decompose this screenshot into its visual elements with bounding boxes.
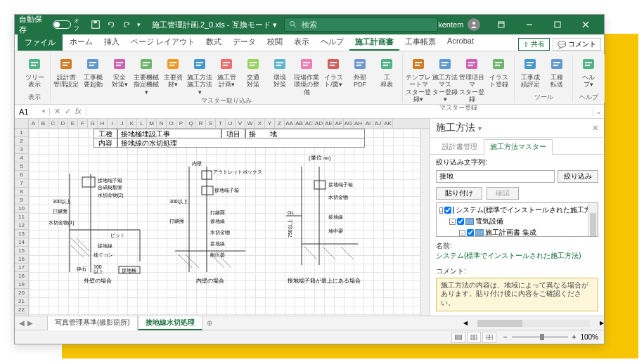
row-header[interactable]: 5	[15, 162, 28, 171]
ribbon-button[interactable]: イラスト/図▾	[321, 54, 346, 96]
redo-icon[interactable]	[122, 20, 131, 30]
row-header[interactable]: 14	[15, 238, 28, 247]
row-header[interactable]: 18	[15, 272, 28, 280]
row-header[interactable]: 13	[15, 230, 28, 238]
select-all-corner[interactable]	[15, 119, 29, 128]
fx-icon[interactable]: fx	[75, 107, 82, 116]
cell-label[interactable]: 内容	[94, 138, 117, 148]
ribbon-button[interactable]: 交通対策	[240, 54, 266, 96]
tree-node[interactable]: -システム(標準でインストールされた施工方法)	[438, 205, 596, 216]
column-header[interactable]: C	[49, 119, 58, 128]
expand-formula-icon[interactable]: ⌄	[593, 107, 604, 116]
method-tree[interactable]: -システム(標準でインストールされた施工方法)-電気設備-施工計画書 集成-接地…	[436, 202, 598, 237]
ribbon-button[interactable]: 施工方法施工方法▾	[187, 54, 212, 96]
column-header[interactable]: AJ	[373, 119, 383, 128]
tab-10[interactable]: Acrobat	[442, 34, 479, 51]
cancel-formula-icon[interactable]: ✕	[54, 107, 60, 116]
ribbon-button[interactable]: ツリー表示	[22, 54, 47, 92]
ribbon-button[interactable]: 環境対策	[267, 54, 292, 96]
row-header[interactable]: 3	[15, 146, 28, 154]
ribbon-button[interactable]: 主要資材▾	[160, 54, 186, 96]
sheet-tab[interactable]: 写真管理基準(撮影箇所)	[47, 316, 138, 330]
tab-6[interactable]: 表示	[288, 34, 315, 51]
tree-checkbox[interactable]	[457, 218, 464, 225]
ribbon-button[interactable]: 工事概要起動	[80, 54, 105, 96]
page-break-view-button[interactable]	[482, 332, 496, 343]
column-header[interactable]: W	[245, 119, 255, 128]
tab-5[interactable]: 校閲	[262, 34, 288, 51]
tab-8[interactable]: 施工計画書	[349, 34, 399, 51]
cell-value[interactable]: 接地極埋設工事	[117, 129, 221, 138]
zoom-slider[interactable]	[512, 336, 568, 338]
column-header[interactable]: D	[58, 119, 68, 128]
ribbon-button[interactable]: 現場作業環境の整備	[294, 54, 319, 96]
zoom-value[interactable]: 100%	[580, 333, 598, 341]
column-header[interactable]: G	[88, 119, 98, 128]
panel-dropdown-icon[interactable]: ▾	[478, 124, 482, 132]
row-header[interactable]: 1	[15, 129, 28, 137]
ribbon-button[interactable]: テンプレートマスター登録▾	[406, 54, 431, 103]
filter-input[interactable]	[436, 170, 555, 183]
comments-button[interactable]: 💬 コメント	[553, 38, 601, 51]
save-icon[interactable]	[91, 20, 101, 30]
row-header[interactable]: 17	[15, 264, 28, 272]
tree-checkbox[interactable]	[444, 207, 451, 214]
paste-button[interactable]: 貼り付け	[436, 187, 482, 200]
page-layout-view-button[interactable]	[467, 332, 481, 343]
ribbon-button[interactable]: 管理項目マスター登録	[459, 54, 484, 103]
ribbon-button[interactable]: 外部PDF	[347, 54, 373, 96]
cell-label[interactable]: 項目	[221, 129, 245, 138]
row-header[interactable]: 9	[15, 196, 28, 205]
ribbon-button[interactable]: 安全対策▾	[107, 54, 132, 96]
accept-formula-icon[interactable]: ✓	[65, 107, 71, 116]
vertical-scrollbar[interactable]	[420, 129, 430, 316]
undo-icon[interactable]	[106, 20, 116, 30]
qat-dropdown-icon[interactable]: ▾	[137, 21, 141, 28]
tab-2[interactable]: ページ レイアウト	[125, 34, 200, 51]
cell-value[interactable]: 接地線の水切処理	[117, 138, 365, 148]
column-header[interactable]: M	[147, 119, 157, 128]
column-header[interactable]: J	[117, 119, 127, 128]
row-header[interactable]: 7	[15, 179, 28, 188]
row-header[interactable]: 20	[15, 289, 28, 297]
tab-9[interactable]: 工事帳票	[399, 34, 442, 51]
add-sheet-button[interactable]: ⊕	[202, 318, 217, 328]
ribbon-button[interactable]: 施工管計画▾	[214, 54, 239, 96]
row-header[interactable]: 6	[15, 171, 28, 179]
column-header[interactable]: H	[98, 119, 108, 128]
tree-node[interactable]: -電気設備	[438, 216, 596, 227]
search-box[interactable]: 検索	[284, 18, 439, 32]
column-header[interactable]: N	[157, 119, 167, 128]
column-header[interactable]: AI	[363, 119, 373, 128]
tree-toggle-icon[interactable]: -	[459, 230, 465, 236]
column-header[interactable]: X	[255, 119, 265, 128]
tree-checkbox[interactable]	[467, 229, 474, 236]
column-header[interactable]: AF	[334, 119, 344, 128]
row-header[interactable]: 19	[15, 280, 28, 289]
sheet-nav-prev-icon[interactable]: ◀	[19, 319, 25, 327]
row-header[interactable]: 12	[15, 221, 28, 230]
ribbon-button[interactable]: 施工方法マスター登録▾	[432, 54, 458, 103]
maximize-button[interactable]	[543, 15, 572, 34]
column-header[interactable]: AE	[324, 119, 334, 128]
column-header[interactable]: R	[196, 119, 206, 128]
row-header[interactable]: 15	[15, 247, 28, 255]
row-header[interactable]: 4	[15, 154, 28, 162]
row-header[interactable]: 2	[15, 137, 28, 146]
column-header[interactable]: A	[29, 119, 39, 128]
panel-close-button[interactable]: ×	[593, 122, 598, 134]
row-header[interactable]: 22	[15, 306, 28, 314]
ribbon-button[interactable]: ヘルプ▾	[576, 54, 601, 92]
column-header[interactable]: L	[137, 119, 147, 128]
tab-7[interactable]: ヘルプ	[315, 34, 349, 51]
ribbon-button[interactable]: 工程表	[374, 54, 399, 96]
ribbon-button[interactable]: 設計書管理設定	[53, 54, 79, 96]
column-header[interactable]: E	[68, 119, 78, 128]
column-header[interactable]: O	[167, 119, 176, 128]
column-header[interactable]: Z	[275, 119, 285, 128]
zoom-in-button[interactable]: +	[572, 333, 577, 341]
ribbon-button[interactable]: 工事成績評定	[517, 54, 543, 92]
minimize-button[interactable]	[515, 15, 543, 34]
tree-toggle-icon[interactable]: -	[449, 219, 456, 225]
zoom-out-button[interactable]: −	[503, 333, 508, 341]
